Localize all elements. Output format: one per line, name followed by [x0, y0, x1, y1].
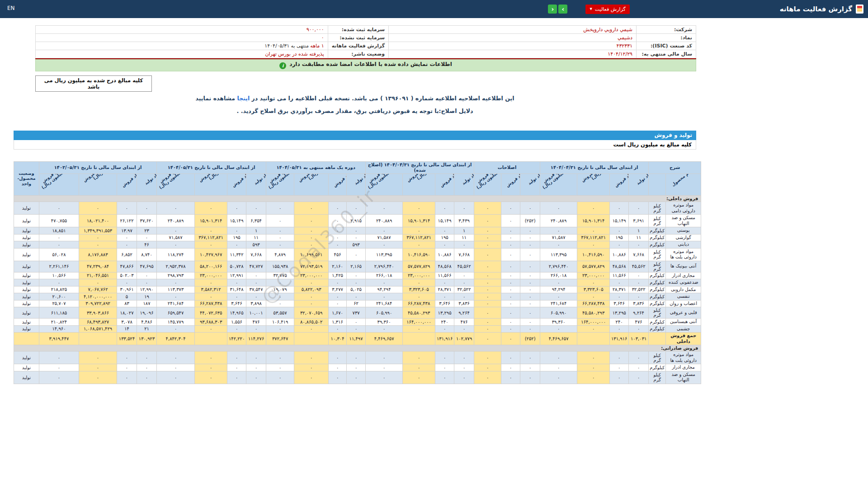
issuer-status-value: پذیرفته شده در بورس تهران: [36, 50, 328, 58]
value-cell: ۰: [366, 227, 403, 235]
value-cell: ۱۵,۹۰۱,۳۱۴: [403, 215, 435, 227]
value-cell: ۱۴,۹۶۰: [39, 325, 79, 333]
value-cell: ۲۴۰: [610, 319, 629, 326]
value-cell: ۰: [294, 300, 329, 307]
value-cell: ۰: [329, 300, 347, 307]
previous-version-link[interactable]: اینجا: [237, 95, 250, 102]
value-cell: ۲۴۱,۶۸۴: [540, 300, 577, 307]
product-name-cell: مواد موثره داروئی پلت ها: [666, 248, 701, 261]
table-body: فروش داخلی:مواد موثره داروئی دامیکیلو گر…: [14, 196, 701, 384]
value-cell: ۰: [474, 352, 501, 364]
value-cell: ۳۲,۰۷۰,۶۵۹: [294, 307, 329, 319]
value-cell: ۰: [520, 241, 540, 249]
report-type-dropdown[interactable]: گزارش فعالیت ▼: [585, 5, 629, 14]
value-cell: ۲,۱۶۰: [329, 261, 347, 272]
product-row: اعصاب و روانکیلوگرم۳,۸۳۶۳,۶۴۶۶۶,۲۸۷,۴۳۸۲…: [14, 300, 701, 307]
value-cell: ۵۰۲.۰۳: [117, 272, 137, 279]
value-cell: ۴,۴۸۶: [137, 319, 157, 326]
value-cell: ۰: [157, 364, 195, 371]
value-cell: ۸,۱۷۶,۸۸۳: [79, 248, 117, 261]
product-row: مجاری ادرارکیلوگرم۰۱۱,۵۶۶۲۳,۰۰۰,۰۰۰۲۶۶,۰…: [14, 272, 701, 279]
value-cell: ۳۶۷,۱۱۲,۸۲۱: [577, 234, 610, 241]
value-cell: ۰: [266, 371, 294, 384]
value-cell: ۰: [520, 307, 540, 319]
column-header: تعداد فروش: [117, 174, 137, 196]
value-cell: ۰: [474, 319, 501, 326]
value-cell: ۰: [454, 352, 474, 364]
status-cell: تولید: [14, 279, 39, 286]
value-cell: ۱۳.۹۷: [117, 227, 137, 235]
value-cell: ۰: [454, 202, 474, 215]
nav-forward-button[interactable]: ›: [558, 5, 567, 14]
value-cell: ۱۵,۹۰۱,۳۱۴: [195, 215, 227, 227]
value-cell: ۶۰۵,۹۹۰: [366, 307, 403, 319]
value-cell: ۲۳,۰۰۰,۰۰۰: [577, 272, 610, 279]
value-cell: ۰: [347, 364, 366, 371]
value-cell: ۳,۲۷۷: [329, 286, 347, 293]
product-row: ضدعفونی کنندهکیلوگرم۰۰۰۰۰۰۰۰۰۰۰۰۰۰۰۰۰۰۰۰…: [14, 279, 701, 286]
product-name-cell: آنتی بیوتیک ها: [666, 261, 701, 272]
product-row: مواد موثره داروئی پلت هاکیلو گرم۰۰۰۰۰۰۰۰…: [14, 352, 701, 364]
product-name-cell: جمع فروش داخلی: [666, 333, 701, 345]
value-cell: ۰: [39, 352, 79, 364]
column-header: نرخ فروش (ریال): [577, 174, 610, 196]
value-cell: ۲,۷۹۶,۴۴۰: [540, 261, 577, 272]
unit-cell: کیلوگرم: [649, 241, 666, 249]
value-cell: ۰: [157, 227, 195, 235]
value-cell: ۰: [520, 272, 540, 279]
value-cell: ۶۸,۴۹۳,۸۲۷: [79, 319, 117, 326]
value-cell: ۶۶,۲۸۷,۴۳۸: [403, 300, 435, 307]
value-cell: ۲۳,۰۰۰,۰۰۰: [403, 272, 435, 279]
value-cell: ۰: [347, 227, 366, 235]
value-cell: [79, 333, 117, 345]
value-cell: ۰: [294, 293, 329, 300]
isic-label: کد صنعت (ISIC):: [637, 42, 696, 50]
value-cell: ۰: [366, 352, 403, 364]
value-cell: [195, 333, 227, 345]
value-cell: ۰: [329, 279, 347, 286]
value-cell: ۰: [520, 286, 540, 293]
product-name-cell: قلبی و عروقی: [666, 307, 701, 319]
nav-back-button[interactable]: ‹: [548, 5, 557, 14]
value-cell: ۰: [474, 371, 501, 384]
status-cell: تولید: [14, 272, 39, 279]
product-row: تنفسیکیلوگرم۰۰۰۰۰۰۰۰۰۰۰۰۰۰۰۰۰۰۰۱۹۵۴,۱۲۰,…: [14, 293, 701, 300]
value-cell: ۰: [39, 202, 79, 215]
value-cell: ۴۸,۵۶۸: [610, 261, 629, 272]
table-head: شرحاز ابتدای سال مالی تا تاریخ ۱۴۰۴/۰۴/۳…: [14, 162, 701, 196]
value-cell: ۰: [266, 241, 294, 249]
company-info: شرکت: شیمي دارویي داروپخش سرمایه ثبت شده…: [35, 25, 696, 59]
value-cell: ۲۳: [137, 227, 157, 235]
value-cell: ۳۷,۶۲۰: [137, 215, 157, 227]
value-cell: ۰: [520, 352, 540, 364]
product-name-cell: مکمل دارویی: [666, 286, 701, 293]
unit-cell: کیلوگرم: [649, 286, 666, 293]
unit-cell: کیلو گرم: [649, 371, 666, 384]
value-cell: ۰: [577, 241, 610, 249]
value-cell: ۰: [366, 371, 403, 384]
value-cell: ۰: [39, 364, 79, 371]
value-cell: ۵۰,۷۲۸: [227, 261, 246, 272]
company-value: شیمي دارویي داروپخش: [389, 26, 637, 34]
company-info-table: شرکت: شیمي دارویي داروپخش سرمایه ثبت شده…: [35, 25, 696, 58]
column-header: تعداد فروش: [227, 174, 246, 196]
value-cell: ۱۹۵: [610, 234, 629, 241]
product-row: چشمیکیلوگرم۰۰۰۰۰۰۰۰۰۰۰۰۰۰۰۰۰۰۰۲۱۱۴۱,۰۶۸,…: [14, 325, 701, 333]
value-cell: ۶,۸۵۲: [117, 248, 137, 261]
value-cell: ۳۲,۷۷۵: [266, 272, 294, 279]
column-header: تعداد فروش: [501, 174, 520, 196]
value-cell: ۲۳,۰۰۰,۰۰۰: [195, 272, 227, 279]
value-cell: ۰: [501, 279, 520, 286]
column-header: تعداد فروش: [435, 174, 454, 196]
value-cell: ۰: [294, 352, 329, 364]
value-cell: ۰: [366, 293, 403, 300]
value-cell: ۱,۳۱۶: [329, 319, 347, 326]
product-row: دیابتیکیلوگرم۰۰۰۰۰۰۰۰۰۰۰۵۹۳۰۰۰۵۹۳۰۰۰۴۶۰۰…: [14, 241, 701, 249]
language-toggle[interactable]: EN: [7, 5, 15, 11]
value-cell: ۰: [610, 371, 629, 384]
value-cell: ۰: [294, 202, 329, 215]
value-cell: ۰: [540, 293, 577, 300]
value-cell: ۱۱: [454, 234, 474, 241]
value-cell: ۱۱: [629, 234, 649, 241]
report-icon: [856, 5, 863, 14]
